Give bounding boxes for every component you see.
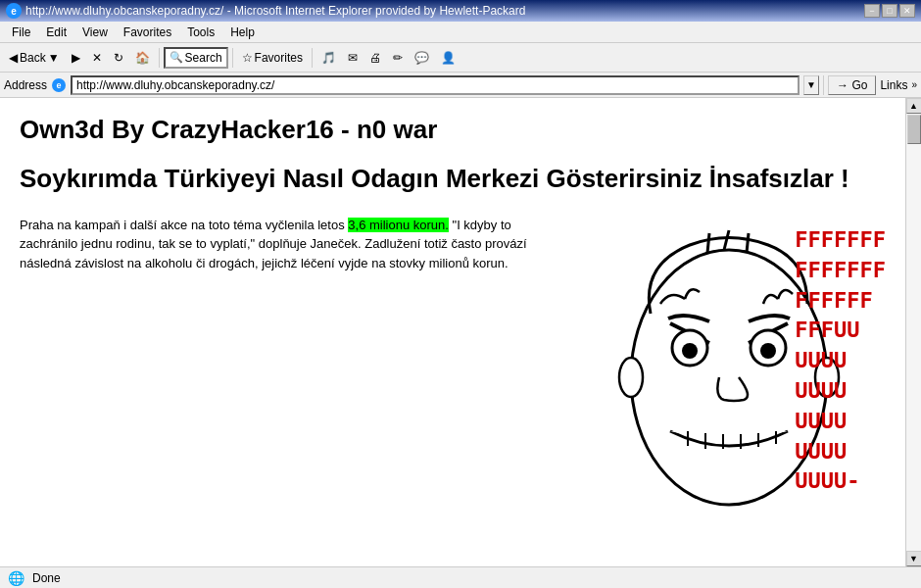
home-icon: 🏠	[135, 51, 150, 65]
svg-line-15	[707, 233, 709, 253]
svg-line-14	[747, 233, 749, 253]
stop-icon: ✕	[92, 51, 102, 65]
url-display: http://www.dluhy.obcanskeporadny.cz/	[76, 78, 274, 92]
scroll-up-button[interactable]: ▲	[906, 98, 922, 114]
addr-separator	[823, 75, 824, 95]
scroll-track[interactable]	[906, 114, 922, 551]
content-wrapper: Own3d By CrazyHacker16 - n0 war Soykırım…	[0, 98, 921, 566]
status-text: Done	[32, 571, 61, 585]
refresh-icon: ↻	[114, 51, 123, 65]
svg-line-13	[724, 230, 729, 250]
toolbar-separator-3	[312, 48, 313, 68]
scrollbar: ▲ ▼	[905, 98, 921, 566]
address-label: Address	[4, 78, 47, 92]
rage-line-9: UUUU-	[795, 466, 886, 497]
menu-bar: File Edit View Favorites Tools Help	[0, 22, 921, 43]
page-favicon: e	[52, 78, 66, 92]
ie-logo: e	[6, 3, 22, 19]
go-label: Go	[851, 78, 867, 92]
address-bar: Address e http://www.dluhy.obcanskeporad…	[0, 73, 921, 98]
status-bar: 🌐 Done	[0, 566, 921, 588]
forward-button[interactable]: ▶	[67, 48, 85, 68]
media-icon: 🎵	[321, 51, 336, 65]
mail-button[interactable]: ✉	[343, 48, 363, 68]
menu-tools[interactable]: Tools	[179, 24, 222, 41]
back-icon: ◀	[9, 51, 18, 65]
toolbar-separator-2	[232, 48, 233, 68]
close-button[interactable]: ✕	[899, 4, 915, 18]
svg-point-5	[682, 343, 698, 359]
rage-line-3: FFFFFF	[795, 286, 886, 317]
search-label: Search	[185, 51, 222, 65]
print-icon: 🖨	[369, 51, 381, 65]
rage-line-2: FFFFFFF	[795, 256, 886, 286]
highlighted-text: 3,6 milionu korun.	[348, 218, 449, 232]
messenger-button[interactable]: 👤	[436, 48, 460, 68]
content-area: Own3d By CrazyHacker16 - n0 war Soykırım…	[0, 98, 905, 566]
svg-point-6	[760, 343, 776, 359]
window-controls[interactable]: − □ ✕	[864, 4, 915, 18]
minimize-button[interactable]: −	[864, 4, 880, 18]
page-title: Own3d By CrazyHacker16 - n0 war	[20, 114, 886, 147]
maximize-button[interactable]: □	[882, 4, 897, 18]
rage-line-6: UUUU	[795, 376, 886, 407]
go-arrow-icon: →	[837, 78, 848, 92]
body-text-1: Praha na kampaň i další akce na toto tém…	[20, 218, 348, 232]
stop-button[interactable]: ✕	[87, 48, 107, 68]
messenger-icon: 👤	[441, 51, 456, 65]
forward-icon: ▶	[72, 51, 80, 65]
page-body: Praha na kampaň i další akce na toto tém…	[20, 216, 529, 273]
favorites-button[interactable]: ☆ Favorites	[237, 48, 308, 68]
title-bar: e http://www.dluhy.obcanskeporadny.cz/ -…	[0, 0, 921, 22]
search-glass-icon: 🔍	[170, 51, 183, 64]
back-label: Back	[20, 51, 46, 65]
page-subtitle: Soykırımda Türkiyeyi Nasıl Odagın Merkez…	[20, 163, 886, 196]
search-box[interactable]: 🔍 Search	[164, 47, 228, 69]
rage-text: FFFFFFF FFFFFFF FFFFFF FFFUU UUUU UUUU U…	[795, 225, 886, 497]
toolbar: ◀ Back ▼ ▶ ✕ ↻ 🏠 🔍 Search ☆ Favorites 🎵 …	[0, 43, 921, 73]
links-label: Links	[880, 78, 907, 92]
mail-icon: ✉	[348, 51, 358, 65]
edit-icon: ✏	[393, 51, 403, 65]
rage-line-8: UUUU	[795, 437, 886, 467]
print-button[interactable]: 🖨	[364, 48, 386, 68]
page-icon: e	[51, 77, 67, 93]
back-button[interactable]: ◀ Back ▼	[4, 48, 65, 68]
discuss-button[interactable]: 💬	[410, 48, 434, 68]
scroll-down-button[interactable]: ▼	[906, 551, 922, 566]
media-button[interactable]: 🎵	[316, 48, 341, 68]
menu-view[interactable]: View	[74, 24, 116, 41]
window-title: http://www.dluhy.obcanskeporadny.cz/ - M…	[25, 4, 525, 18]
edit-button[interactable]: ✏	[388, 48, 408, 68]
menu-file[interactable]: File	[4, 24, 38, 41]
svg-point-16	[619, 358, 643, 397]
links-chevron-icon: »	[911, 79, 917, 90]
menu-help[interactable]: Help	[222, 24, 263, 41]
home-button[interactable]: 🏠	[130, 48, 155, 68]
rage-line-7: UUUU	[795, 407, 886, 437]
back-dropdown-icon: ▼	[48, 51, 60, 65]
discuss-icon: 💬	[414, 51, 429, 65]
rage-line-5: UUUU	[795, 346, 886, 376]
toolbar-separator-1	[159, 48, 160, 68]
rage-line-1: FFFFFFF	[795, 225, 886, 256]
refresh-button[interactable]: ↻	[109, 48, 128, 68]
star-icon: ☆	[242, 51, 253, 65]
rage-line-4: FFFUU	[795, 316, 886, 346]
title-bar-left: e http://www.dluhy.obcanskeporadny.cz/ -…	[6, 3, 525, 19]
address-dropdown[interactable]: ▼	[803, 75, 819, 95]
address-input[interactable]: http://www.dluhy.obcanskeporadny.cz/	[71, 75, 800, 95]
favorites-label: Favorites	[255, 51, 303, 65]
status-icon: 🌐	[8, 570, 24, 586]
menu-edit[interactable]: Edit	[38, 24, 74, 41]
go-button[interactable]: → Go	[828, 75, 876, 95]
scroll-thumb[interactable]	[907, 115, 921, 144]
menu-favorites[interactable]: Favorites	[116, 24, 179, 41]
